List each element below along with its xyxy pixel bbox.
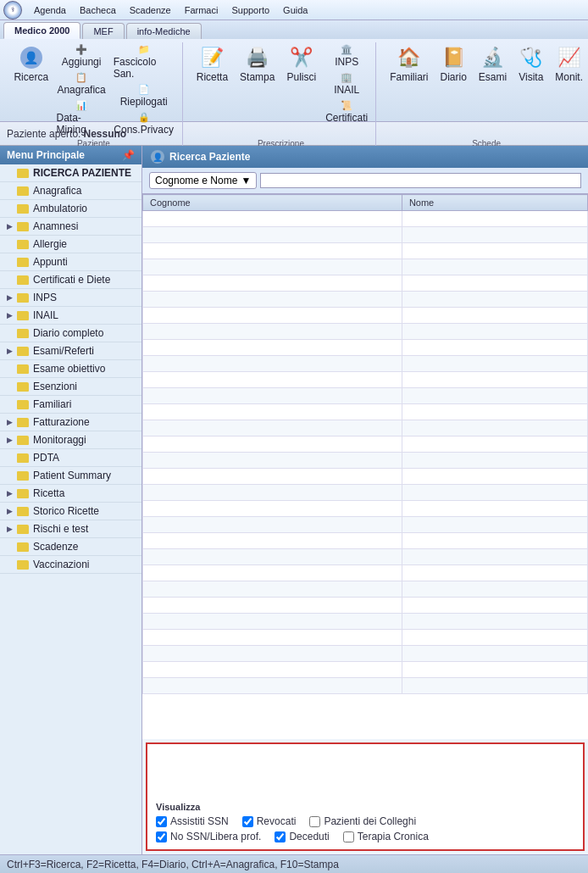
table-row[interactable] [143,485,588,501]
sidebar-item-18[interactable]: ▶Ricetta [0,485,141,503]
table-row[interactable] [143,501,588,517]
table-row[interactable] [143,340,588,356]
sidebar-item-6[interactable]: Certificati e Diete [0,271,141,289]
table-row[interactable] [143,469,588,485]
search-dropdown[interactable]: Cognome e Nome ▼ [149,172,257,189]
sidebar-item-16[interactable]: PDTA [0,449,141,467]
checkbox-assistiti[interactable]: Assistiti SSN [156,815,229,827]
table-row[interactable] [143,517,588,533]
table-row[interactable] [143,453,588,469]
menu-farmaci[interactable]: Farmaci [178,3,225,17]
table-row[interactable] [143,356,588,372]
sidebar-item-1[interactable]: Anagrafica [0,182,141,200]
sidebar-item-11[interactable]: Esame obiettivo [0,360,141,378]
aggiungi-button[interactable]: ➕ Aggiungi [54,42,109,70]
menu-agenda[interactable]: Agenda [27,3,73,17]
checkbox-colleghi[interactable]: Pazienti dei Colleghi [309,815,416,827]
menu-guida[interactable]: Guida [276,3,314,17]
menu-scadenze[interactable]: Scadenze [123,3,178,17]
table-row[interactable] [143,243,588,259]
sidebar-item-2[interactable]: Ambulatorio [0,200,141,218]
table-row[interactable] [143,662,588,678]
sidebar-item-22[interactable]: Vaccinazioni [0,556,141,574]
tab-mef[interactable]: MEF [82,23,124,39]
sidebar-item-3[interactable]: ▶Anamnesi [0,218,141,236]
angrafica-button[interactable]: 📋 Anagrafica [54,70,109,97]
checkbox-nossn-input[interactable] [156,831,167,842]
table-row[interactable] [143,598,588,614]
tab-medico2000[interactable]: Medico 2000 [3,22,80,39]
tab-infomediche[interactable]: info-Mediche [126,23,202,39]
table-row[interactable] [143,259,588,275]
sidebar-item-7[interactable]: ▶INPS [0,289,141,307]
folder-icon [17,382,29,392]
cell-cognome [143,549,402,565]
table-row[interactable] [143,630,588,646]
table-row[interactable] [143,549,588,565]
checkbox-deceduti-input[interactable] [275,831,286,842]
table-row[interactable] [143,614,588,630]
checkbox-deceduti[interactable]: Deceduti [275,831,329,842]
checkbox-terapia-input[interactable] [343,831,354,842]
table-row[interactable] [143,404,588,420]
inps-button[interactable]: 🏛️ INPS [323,42,370,70]
sidebar-item-5[interactable]: Appunti [0,253,141,271]
stampa-icon: 🖨️ [246,46,269,70]
sidebar-item-13[interactable]: Familiari [0,396,141,414]
monit-button[interactable]: 📈 Monit. [550,42,588,86]
menu-bacheca[interactable]: Bacheca [73,3,123,17]
table-row[interactable] [143,581,588,598]
table-row[interactable] [143,292,588,308]
table-row[interactable] [143,533,588,549]
search-input[interactable] [260,173,581,188]
cell-nome [402,340,587,356]
checkbox-revocati-input[interactable] [242,816,253,827]
fascicolo-button[interactable]: 📁 Fascicolo San. [111,42,177,81]
sidebar-item-21[interactable]: Scadenze [0,538,141,556]
sidebar-item-0[interactable]: RICERCA PAZIENTE [0,164,141,182]
inail-button[interactable]: 🏢 INAIL [323,70,370,97]
sidebar-item-14[interactable]: ▶Fatturazione [0,414,141,431]
checkbox-assistiti-input[interactable] [156,816,167,827]
pulisci-button[interactable]: ✂️ Pulisci [281,42,321,86]
sidebar-item-19[interactable]: ▶Storico Ricette [0,503,141,520]
table-row[interactable] [143,324,588,340]
visualizza-section: Visualizza Assistiti SSN Revocati Pazien… [151,798,580,846]
sidebar-item-20[interactable]: ▶Rischi e test [0,520,141,538]
sidebar: Menu Principale 📌 RICERCA PAZIENTE Anagr… [0,146,142,854]
stampa-button[interactable]: 🖨️ Stampa [235,42,280,86]
sidebar-item-4[interactable]: Allergie [0,236,141,253]
table-row[interactable] [143,646,588,662]
sidebar-item-10[interactable]: ▶Esami/Referti [0,342,141,360]
ricetta-button[interactable]: 📝 Ricetta [191,42,233,86]
table-row[interactable] [143,275,588,292]
sidebar-item-15[interactable]: ▶Monitoraggi [0,431,141,449]
table-row[interactable] [143,420,588,436]
sidebar-item-9[interactable]: Diario completo [0,325,141,342]
table-row[interactable] [143,678,588,694]
familiari-button[interactable]: 🏠 Familiari [385,42,433,86]
diario-button[interactable]: 📔 Diario [435,42,472,86]
table-row[interactable] [143,308,588,324]
riepilogati-button[interactable]: 📄 Riepilogati [111,82,177,109]
esami-button[interactable]: 🔬 Esami [474,42,512,86]
checkbox-terapia[interactable]: Terapia Cronica [343,831,429,842]
sidebar-item-12[interactable]: Esenzioni [0,378,141,396]
table-row[interactable] [143,388,588,404]
panel-title: Ricerca Paziente [169,151,250,163]
table-row[interactable] [143,565,588,581]
checkbox-revocati[interactable]: Revocati [242,815,297,827]
visita-button[interactable]: 🩺 Visita [513,42,548,86]
ricerca-button[interactable]: 👤 Ricerca [10,42,53,86]
table-row[interactable] [143,372,588,388]
table-row[interactable] [143,436,588,453]
table-row[interactable] [143,227,588,243]
sidebar-item-17[interactable]: Patient Summary [0,467,141,485]
checkbox-colleghi-input[interactable] [309,816,320,827]
checkbox-nossn[interactable]: No SSN/Libera prof. [156,831,261,842]
table-row[interactable] [143,211,588,227]
menu-supporto[interactable]: Supporto [225,3,276,17]
sidebar-item-8[interactable]: ▶INAIL [0,307,141,325]
certificati-button[interactable]: 📜 Certificati [323,98,370,125]
cell-nome [402,630,587,646]
